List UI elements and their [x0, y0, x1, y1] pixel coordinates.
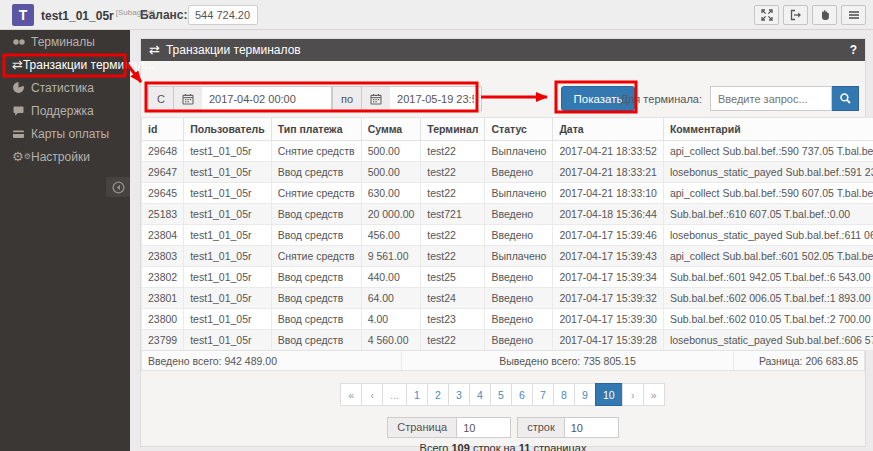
col-header-comment[interactable]: Комментарий — [663, 118, 873, 141]
cell-user: test1_01_05r — [184, 246, 271, 267]
pagination-page-10-active[interactable]: 10 — [595, 383, 623, 406]
balance-value[interactable]: 544 724.20 — [188, 5, 258, 25]
pagination-page-7[interactable]: 7 — [532, 383, 554, 406]
pagination-next[interactable]: › — [622, 383, 644, 406]
cell-payment-type: Ввод средств — [271, 225, 361, 246]
date-to-picker[interactable] — [361, 86, 390, 111]
cell-comment: api_collect Sub.bal.bef.:590 607.05 T.ba… — [663, 183, 873, 204]
pager-controls: Страница строк — [141, 417, 865, 438]
terminal-filter-group: Для терминала: — [620, 86, 859, 111]
rows-per-page-input[interactable] — [565, 417, 619, 438]
pagination: « ‹ ... 1 2 3 4 5 6 7 8 9 10 › » — [141, 383, 865, 406]
cell-payment-type: Ввод средств — [271, 267, 361, 288]
cell-id: 23802 — [142, 267, 184, 288]
col-header-terminal[interactable]: Терминал — [421, 118, 485, 141]
date-from-label: С — [148, 86, 173, 111]
pagination-first[interactable]: « — [340, 383, 362, 406]
cell-terminal: test23 — [421, 309, 485, 330]
pagination-page-9[interactable]: 9 — [574, 383, 596, 406]
search-button[interactable] — [832, 86, 859, 111]
page-number-input[interactable] — [457, 417, 511, 438]
pagination-page-5[interactable]: 5 — [490, 383, 512, 406]
sidebar-item-label: Транзакции терминал... — [23, 58, 155, 72]
cell-user: test1_01_05r — [184, 204, 271, 225]
cell-amount: 4.00 — [361, 309, 421, 330]
logout-button[interactable] — [783, 5, 808, 25]
pagination-page-3[interactable]: 3 — [448, 383, 470, 406]
total-mid: строк на — [473, 442, 516, 451]
pagination-page-6[interactable]: 6 — [511, 383, 533, 406]
sidebar-item-support[interactable]: Поддержка — [0, 99, 130, 122]
cell-amount: 456.00 — [361, 225, 421, 246]
date-from-input[interactable] — [202, 86, 332, 111]
terminal-search-input[interactable] — [710, 86, 832, 111]
pagination-last[interactable]: » — [643, 383, 665, 406]
cell-date: 2017-04-17 15:39:46 — [553, 225, 664, 246]
cell-user: test1_01_05r — [184, 225, 271, 246]
total-difference: Разница: 206 683.85 — [734, 351, 864, 370]
sidebar-item-label: Поддержка — [31, 104, 94, 118]
help-button[interactable]: ? — [850, 39, 857, 61]
col-header-status[interactable]: Статус — [485, 118, 553, 141]
col-header-user[interactable]: Пользователь — [184, 118, 271, 141]
col-header-amount[interactable]: Сумма — [361, 118, 421, 141]
sidebar-item-settings[interactable]: ⚙⚙ Настройки — [0, 145, 130, 168]
sidebar-item-statistics[interactable]: Статистика — [0, 76, 130, 99]
transactions-icon: ⇄ — [12, 58, 23, 71]
sidebar: Терминалы ⇄ Транзакции терминал... Стати… — [0, 30, 130, 451]
pagination-page-2[interactable]: 2 — [427, 383, 449, 406]
pagination-page-8[interactable]: 8 — [553, 383, 575, 406]
cell-terminal: test22 — [421, 246, 485, 267]
cell-id: 23803 — [142, 246, 184, 267]
cell-user: test1_01_05r — [184, 162, 271, 183]
cell-payment-type: Ввод средств — [271, 288, 361, 309]
cell-date: 2017-04-21 18:33:21 — [553, 162, 664, 183]
totals-row: Введено всего: 942 489.00 Выведено всего… — [141, 350, 865, 371]
pagination-ellipsis[interactable]: ... — [382, 383, 407, 406]
table-row: 23799test1_01_05rВвод средств4 560.00tes… — [142, 330, 873, 351]
gears-icon: ⚙⚙ — [12, 150, 31, 163]
cell-terminal: test22 — [421, 225, 485, 246]
pagination-page-4[interactable]: 4 — [469, 383, 491, 406]
menu-button[interactable] — [841, 5, 866, 25]
cell-terminal: test22 — [421, 162, 485, 183]
date-to-input[interactable] — [390, 86, 482, 111]
col-header-payment-type[interactable]: Тип платежа — [271, 118, 361, 141]
pagination-prev[interactable]: ‹ — [361, 383, 383, 406]
cell-id: 25183 — [142, 204, 184, 225]
fullscreen-button[interactable] — [754, 5, 779, 25]
cell-amount: 440.00 — [361, 267, 421, 288]
sidebar-collapse-button[interactable] — [106, 177, 130, 197]
cell-id: 23804 — [142, 225, 184, 246]
cell-amount: 9 561.00 — [361, 246, 421, 267]
sidebar-item-payment-cards[interactable]: Карты оплаты — [0, 122, 130, 145]
date-from-picker[interactable] — [173, 86, 202, 111]
total-prefix: Всего — [420, 442, 449, 451]
cell-status: Выплачено — [485, 141, 553, 162]
sidebar-item-terminals[interactable]: Терминалы — [0, 30, 130, 53]
pagination-page-1[interactable]: 1 — [406, 383, 428, 406]
table-row: 23802test1_01_05rВвод средств440.00test2… — [142, 267, 873, 288]
cell-id: 29645 — [142, 183, 184, 204]
cell-status: Выплачено — [485, 183, 553, 204]
table-row: 25183test1_01_05rВвод средств20 000.00te… — [142, 204, 873, 225]
cell-user: test1_01_05r — [184, 288, 271, 309]
topbar-actions — [754, 5, 866, 25]
col-header-date[interactable]: Дата — [553, 118, 664, 141]
hand-button[interactable] — [812, 5, 837, 25]
cell-date: 2017-04-21 18:33:10 — [553, 183, 664, 204]
table-row: 29645test1_01_05rСнятие средств630.00tes… — [142, 183, 873, 204]
cell-comment: losebonus_static_payed Sub.bal.bef.:606 … — [663, 330, 873, 351]
cell-id: 23800 — [142, 309, 184, 330]
sidebar-item-label: Настройки — [31, 150, 90, 164]
cell-date: 2017-04-21 18:33:52 — [553, 141, 664, 162]
support-icon — [12, 105, 31, 117]
cell-status: Введено — [485, 162, 553, 183]
cell-comment: api_collect Sub.bal.bef.:590 737.05 T.ba… — [663, 141, 873, 162]
col-header-id[interactable]: id — [142, 118, 184, 141]
sidebar-item-terminal-transactions[interactable]: ⇄ Транзакции терминал... — [0, 53, 130, 76]
table-row: 29648test1_01_05rСнятие средств500.00tes… — [142, 141, 873, 162]
collapse-left-icon — [112, 181, 125, 194]
table-row: 23804test1_01_05rВвод средств456.00test2… — [142, 225, 873, 246]
cell-payment-type: Ввод средств — [271, 309, 361, 330]
